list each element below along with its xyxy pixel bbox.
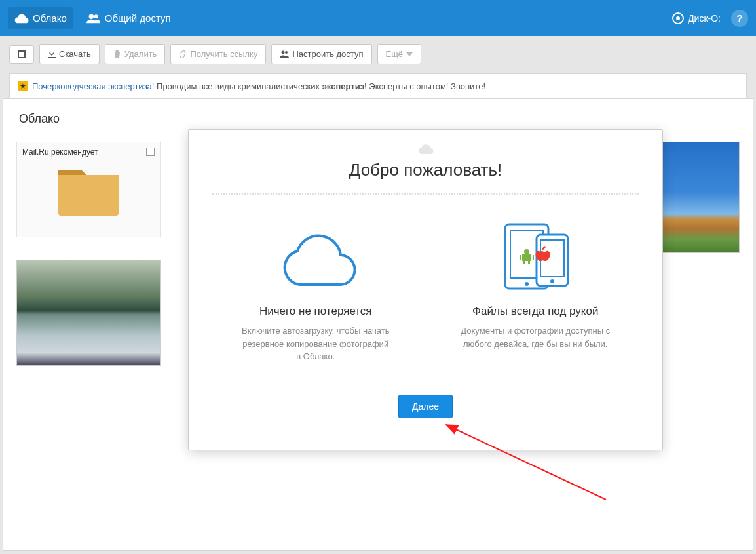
feature2-desc: Документы и фотографии доступны с любого… [460, 325, 611, 350]
svg-point-10 [525, 282, 529, 286]
feature-cloud: Ничего не потеряется Включите автозагруз… [212, 213, 419, 367]
welcome-modal: Добро пожаловать! Ничего не потеряется В… [188, 129, 663, 450]
feature1-desc: Включите автозагрузку, чтобы начать резе… [240, 325, 391, 363]
modal-title: Добро пожаловать! [212, 160, 639, 180]
feature2-title: Файлы всегда под рукой [439, 305, 633, 318]
divider [212, 193, 639, 195]
feature-devices: Файлы всегда под рукой Документы и фотог… [432, 213, 639, 367]
modal-backdrop: Добро пожаловать! Ничего не потеряется В… [0, 0, 756, 554]
svg-point-11 [524, 249, 529, 254]
feature1-title: Ничего не потеряется [219, 305, 413, 318]
cloud-small-icon [417, 143, 434, 155]
next-button[interactable]: Далее [398, 395, 453, 418]
cloud-outline-icon [270, 224, 362, 289]
svg-point-14 [550, 279, 554, 283]
devices-icon [496, 220, 575, 292]
